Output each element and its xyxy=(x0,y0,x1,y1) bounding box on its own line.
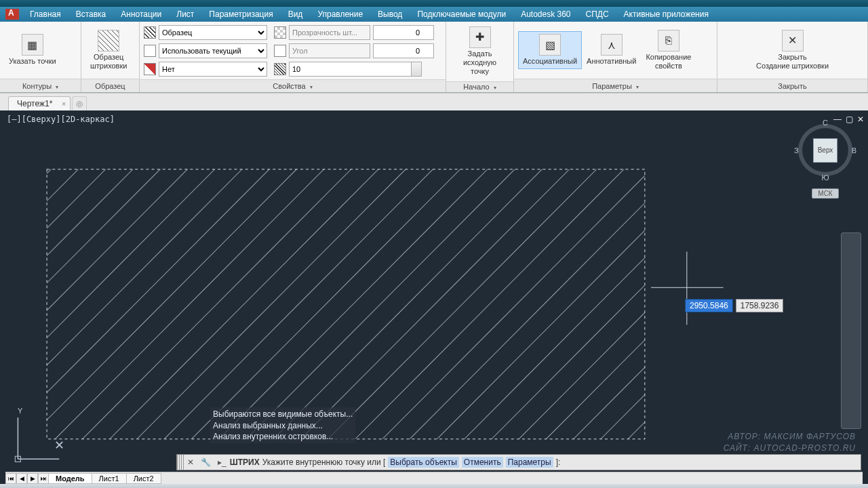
chevron-down-icon[interactable] xyxy=(635,82,639,90)
panel-properties: Образец Использовать текущий Нет xyxy=(140,22,446,92)
viewcube-top[interactable]: Верх xyxy=(813,138,837,163)
set-origin-icon: ✚ xyxy=(469,26,491,48)
hatch-pattern-button[interactable]: Образец штриховки xyxy=(85,27,132,73)
coord-x[interactable]: 2950.5846 xyxy=(685,299,733,312)
pattern-type-icon[interactable] xyxy=(144,26,156,39)
close-cmdline-icon[interactable]: ✕ xyxy=(184,458,197,467)
menu-view[interactable]: Вид xyxy=(281,8,310,20)
coord-y[interactable]: 1758.9236 xyxy=(736,299,784,312)
chevron-down-icon[interactable] xyxy=(54,82,58,90)
app-root: Главная Вставка Аннотации Лист Параметри… xyxy=(0,0,868,488)
match-properties-icon: ⎘ xyxy=(658,30,679,52)
chevron-down-icon[interactable] xyxy=(309,82,313,90)
command-line[interactable]: ✕ 🔧 ▸_ ШТРИХ Укажите внутреннюю точку ил… xyxy=(176,454,861,470)
menu-spds[interactable]: СПДС xyxy=(579,8,616,20)
close-hatch-button[interactable]: ✕ Закрыть Создание штриховки xyxy=(751,27,833,73)
panel-props-title: Свойства xyxy=(273,82,305,90)
wrench-icon[interactable]: 🔧 xyxy=(197,458,214,467)
document-tab-label: Чертеж1* xyxy=(17,99,52,108)
viewcube-west[interactable]: З xyxy=(794,146,799,155)
panel-options-title: Параметры xyxy=(592,82,632,90)
transparency-input[interactable] xyxy=(373,25,434,40)
viewcube-north[interactable]: С xyxy=(823,119,828,127)
watermark-author: АВТОР: МАКСИМ ФАРТУСОВ xyxy=(724,431,856,443)
panel-contours-title: Контуры xyxy=(22,82,52,90)
pick-points-button[interactable]: ▦ Указать точки xyxy=(4,31,61,68)
navigation-bar[interactable] xyxy=(841,232,861,429)
menu-active-apps[interactable]: Активные приложения xyxy=(617,8,715,20)
delete-marker-icon: ✕ xyxy=(54,438,64,453)
panel-options: ▧ Ассоциативный ⋏ Аннотативный ⎘ Копиров… xyxy=(514,22,717,92)
close-icon: ✕ xyxy=(782,30,804,52)
chevron-down-icon[interactable] xyxy=(492,83,496,91)
drawing-svg xyxy=(0,110,868,484)
close-tab-icon[interactable]: × xyxy=(62,100,66,108)
new-tab-button[interactable]: ◎ xyxy=(72,96,87,110)
angle-input[interactable] xyxy=(373,43,434,58)
menu-bar: Главная Вставка Аннотации Лист Параметри… xyxy=(0,7,868,22)
viewcube-east[interactable]: В xyxy=(852,146,856,155)
ucs-y-label: Y xyxy=(18,407,22,415)
associative-button[interactable]: ▧ Ассоциативный xyxy=(518,31,582,68)
match-properties-button[interactable]: ⎘ Копирование свойств xyxy=(641,27,696,73)
command-prompt: Укажите внутреннюю точку или [ xyxy=(262,458,386,467)
log-line: Анализ выбранных данных... xyxy=(213,420,353,431)
menu-sheet[interactable]: Лист xyxy=(170,8,201,20)
hatch-pattern-icon xyxy=(98,30,119,52)
angle-icon[interactable] xyxy=(274,45,286,57)
command-log: Выбираются все видимые объекты... Анализ… xyxy=(210,407,355,443)
tab-nav-prev-icon[interactable]: ◀ xyxy=(16,473,27,484)
tab-model[interactable]: Модель xyxy=(48,473,92,484)
color-select[interactable]: Нет xyxy=(159,62,267,77)
menu-insert[interactable]: Вставка xyxy=(69,8,113,20)
tab-sheet1[interactable]: Лист1 xyxy=(92,473,127,484)
menu-annotations[interactable]: Аннотации xyxy=(114,8,168,20)
cmd-option-settings[interactable]: Параметры xyxy=(506,457,553,468)
prompt-icon: ▸_ xyxy=(214,458,230,467)
set-origin-button[interactable]: ✚ Задать исходную точку xyxy=(450,24,509,79)
tab-nav-next-icon[interactable]: ▶ xyxy=(27,473,38,484)
angle-label xyxy=(289,43,370,58)
set-origin-label: Задать исходную точку xyxy=(455,49,505,77)
grip-icon[interactable] xyxy=(177,455,184,470)
viewcube-south[interactable]: Ю xyxy=(821,174,829,182)
scale-icon[interactable] xyxy=(274,63,286,75)
watermark: АВТОР: МАКСИМ ФАРТУСОВ САЙТ: AUTOCAD-PRO… xyxy=(724,431,856,454)
menu-output[interactable]: Вывод xyxy=(371,8,409,20)
command-tail: ]: xyxy=(556,458,561,467)
viewcube[interactable]: С Ю З В Верх МСК xyxy=(795,124,856,199)
document-tabs: Чертеж1* × ◎ xyxy=(0,93,868,110)
tab-sheet2[interactable]: Лист2 xyxy=(126,473,161,484)
document-tab[interactable]: Чертеж1* × xyxy=(8,96,71,110)
cmd-option-select[interactable]: Выбрать объекты xyxy=(388,457,459,468)
tab-nav-last-icon[interactable]: ⏭ xyxy=(38,473,49,484)
layer-select[interactable]: Использовать текущий xyxy=(159,43,267,58)
layer-icon[interactable] xyxy=(144,45,156,57)
menu-a360[interactable]: Autodesk 360 xyxy=(514,8,577,20)
panel-close: ✕ Закрыть Создание штриховки Закрыть xyxy=(717,22,868,92)
panel-contours: ▦ Указать точки Контуры xyxy=(0,22,81,92)
transparency-icon[interactable] xyxy=(274,26,286,39)
annotative-button[interactable]: ⋏ Аннотативный xyxy=(582,31,641,68)
pick-points-icon: ▦ xyxy=(22,34,43,56)
menu-plugins[interactable]: Подключаемые модули xyxy=(410,8,513,20)
menu-home[interactable]: Главная xyxy=(23,8,68,20)
associative-icon: ▧ xyxy=(539,34,561,56)
menu-manage[interactable]: Управление xyxy=(311,8,370,20)
transparency-label xyxy=(289,25,370,40)
menu-parametric[interactable]: Параметризация xyxy=(202,8,279,20)
layout-tabs: ⏮ ◀ ▶ ⏭ Модель Лист1 Лист2 xyxy=(5,472,863,484)
associative-label: Ассоциативный xyxy=(523,57,577,66)
ribbon: ▦ Указать точки Контуры Образец штриховк… xyxy=(0,22,868,93)
window-titlebar xyxy=(0,0,868,7)
close-hatch-label: Закрыть Создание штриховки xyxy=(756,53,829,70)
drawing-canvas[interactable]: [–][Сверху][2D-каркас] — ▢ ✕ 2950.5846 xyxy=(0,110,868,484)
scale-input[interactable] xyxy=(289,62,422,77)
wcs-button[interactable]: МСК xyxy=(812,188,838,199)
cmd-option-undo[interactable]: Отменить xyxy=(462,457,503,468)
pattern-select[interactable]: Образец xyxy=(159,25,267,40)
panel-close-title: Закрыть xyxy=(778,82,806,90)
color-icon[interactable] xyxy=(144,63,156,75)
tab-nav-first-icon[interactable]: ⏮ xyxy=(5,473,16,484)
annotative-label: Аннотативный xyxy=(587,57,636,66)
